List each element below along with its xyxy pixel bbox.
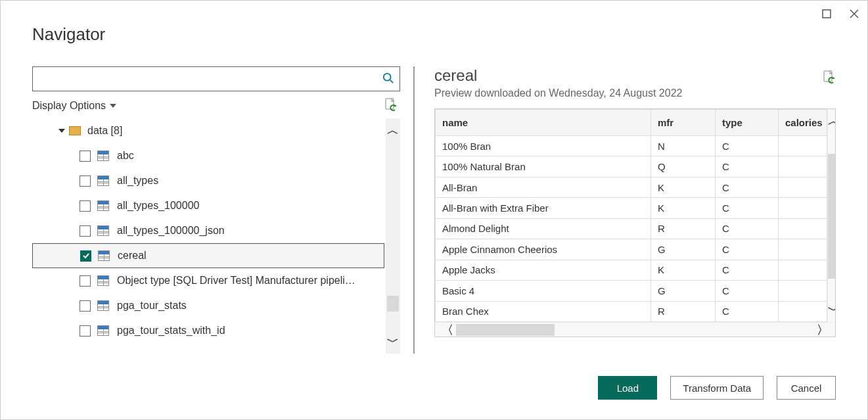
column-header-name[interactable]: name [436, 110, 651, 136]
column-header-calories[interactable]: calories [779, 110, 827, 136]
tree-root[interactable]: data [8] [32, 118, 384, 143]
column-header-mfr[interactable]: mfr [651, 110, 716, 136]
cancel-button[interactable]: Cancel [777, 376, 836, 400]
tree-item-abc[interactable]: abc [32, 143, 384, 168]
table-row[interactable]: All-Bran with Extra FiberKC [436, 198, 827, 218]
cell-mfr: G [651, 281, 716, 301]
cell-calories [779, 177, 827, 197]
column-header-type[interactable]: type [716, 110, 779, 136]
table-icon [97, 325, 109, 336]
scroll-down-icon[interactable]: ﹀ [387, 334, 399, 350]
scroll-down-icon[interactable]: ﹀ [828, 302, 835, 318]
display-options-dropdown[interactable]: Display Options [32, 100, 116, 112]
preview-vertical-scrollbar[interactable]: ︿ ﹀ [827, 109, 835, 322]
checkbox[interactable] [80, 225, 91, 237]
tree-item-object-type-sql-driver-test-manufacturer-pipeli-[interactable]: Object type [SQL Driver Test] Manufactur… [32, 268, 384, 293]
caret-down-icon [58, 129, 65, 133]
preview-horizontal-scrollbar[interactable]: 〈 〉 [435, 322, 835, 337]
cell-calories [779, 156, 827, 177]
table-icon [97, 225, 109, 236]
table-row[interactable]: Apple Cinnamon CheeriosGC [436, 239, 827, 260]
tree-item-cereal[interactable]: cereal [32, 243, 384, 268]
preview-pane: cereal Preview downloaded on Wednesday, … [434, 66, 836, 354]
tree-item-all-types[interactable]: all_types [32, 168, 384, 193]
pane-divider[interactable] [413, 66, 415, 354]
checkbox[interactable] [80, 275, 91, 287]
tree-item-label: all_types_100000_json [117, 225, 225, 237]
tree-item-label: abc [117, 150, 134, 162]
cell-calories [779, 198, 827, 218]
cell-name: 100% Bran [436, 136, 651, 156]
table-row[interactable]: Bran ChexRC [436, 301, 827, 322]
checkbox[interactable] [80, 325, 91, 337]
search-input[interactable] [38, 73, 382, 85]
load-button[interactable]: Load [598, 376, 657, 400]
checkbox[interactable] [80, 250, 91, 262]
scrollbar-thumb[interactable] [828, 154, 835, 279]
tree-item-label: all_types_100000 [117, 200, 199, 212]
scroll-left-icon[interactable]: 〈 [442, 322, 453, 338]
tree-item-pga-tour-stats[interactable]: pga_tour_stats [32, 293, 384, 318]
scroll-up-icon[interactable]: ︿ [828, 113, 835, 129]
preview-table[interactable]: namemfrtypecalories 100% BranNC100% Natu… [435, 109, 827, 322]
checkbox[interactable] [80, 175, 91, 187]
cell-name: Apple Cinnamon Cheerios [436, 239, 651, 260]
scrollbar-thumb[interactable] [456, 324, 555, 336]
tree-item-all-types-100000-json[interactable]: all_types_100000_json [32, 218, 384, 243]
preview-refresh-icon[interactable] [823, 70, 836, 85]
cell-type: C [716, 260, 779, 280]
cell-name: All-Bran with Extra Fiber [436, 198, 651, 218]
tree-item-all-types-100000[interactable]: all_types_100000 [32, 193, 384, 218]
svg-marker-5 [110, 104, 116, 108]
folder-icon [69, 126, 81, 135]
cell-name: Basic 4 [436, 281, 651, 301]
checkbox[interactable] [80, 200, 91, 212]
cell-type: C [716, 177, 779, 197]
cell-name: 100% Natural Bran [436, 156, 651, 177]
svg-rect-0 [823, 10, 831, 18]
checkbox[interactable] [80, 151, 91, 162]
cell-mfr: N [651, 136, 716, 156]
cell-type: C [716, 239, 779, 260]
page-title: Navigator [32, 24, 105, 45]
table-row[interactable]: Almond DelightRC [436, 218, 827, 239]
cell-name: Bran Chex [436, 301, 651, 322]
checkbox[interactable] [80, 300, 91, 312]
tree-item-label: cereal [118, 250, 147, 262]
table-row[interactable]: Apple JacksKC [436, 260, 827, 280]
search-icon[interactable] [382, 72, 394, 86]
tree-item-label: pga_tour_stats [117, 300, 187, 312]
table-row[interactable]: 100% Natural BranQC [436, 156, 827, 177]
preview-title: cereal [434, 66, 682, 85]
table-icon [97, 200, 109, 211]
cell-mfr: K [651, 260, 716, 280]
table-row[interactable]: Basic 4GC [436, 281, 827, 301]
refresh-icon[interactable] [384, 98, 398, 113]
table-row[interactable]: All-BranKC [436, 177, 827, 197]
chevron-down-icon [110, 103, 116, 109]
cell-mfr: R [651, 301, 716, 322]
table-icon [97, 175, 109, 186]
tree-item-label: Object type [SQL Driver Test] Manufactur… [117, 275, 355, 287]
cell-type: C [716, 301, 779, 322]
cell-calories [779, 260, 827, 280]
cell-name: Apple Jacks [436, 260, 651, 280]
close-button[interactable] [846, 6, 862, 22]
cell-calories [779, 281, 827, 301]
cell-calories [779, 218, 827, 239]
transform-data-button[interactable]: Transform Data [670, 376, 764, 400]
scroll-up-icon[interactable]: ︿ [387, 122, 399, 138]
table-icon [97, 300, 109, 311]
table-row[interactable]: 100% BranNC [436, 136, 827, 156]
svg-point-3 [384, 73, 391, 80]
table-icon [98, 250, 110, 261]
scroll-right-icon[interactable]: 〉 [817, 322, 829, 338]
navigator-tree[interactable]: data [8]abcall_typesall_types_100000all_… [32, 118, 384, 354]
tree-item-pga-tour-stats-with-id[interactable]: pga_tour_stats_with_id [32, 318, 384, 343]
display-options-label: Display Options [32, 100, 106, 112]
scrollbar-thumb[interactable] [387, 296, 399, 312]
search-box[interactable] [32, 66, 400, 91]
navigator-left-pane: Display Options data [8]abcall_typesall_… [32, 66, 400, 354]
tree-vertical-scrollbar[interactable]: ︿ ﹀ [386, 118, 400, 354]
maximize-button[interactable] [819, 6, 834, 22]
